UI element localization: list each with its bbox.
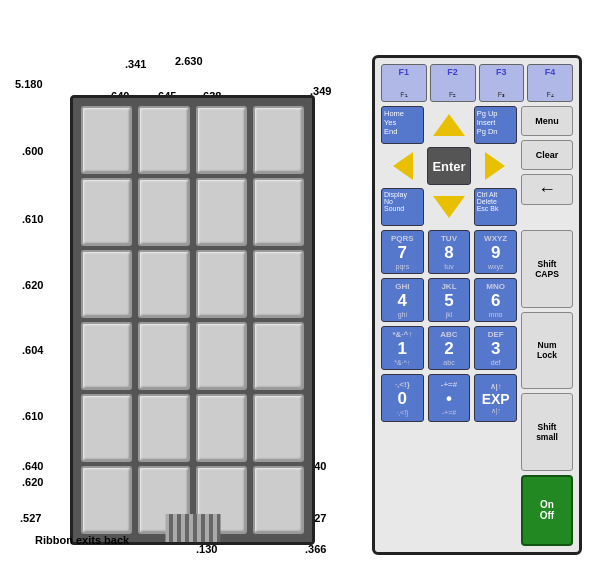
fn-f1-sub: F₁ [400,91,407,99]
num-8-sub: tuv [444,263,453,270]
num-0-sub: ·,<!} [396,409,408,416]
clear-button[interactable]: Clear [521,140,573,170]
num-8-top: TUV [441,234,457,243]
nav-pgup-key[interactable]: Pg Up Insert Pg Dn [474,106,517,144]
fn-key-f3[interactable]: F3 F₃ [479,64,525,102]
key-btn-3-2[interactable] [138,250,189,318]
nav-end-text: End [384,127,397,136]
nav-arrow-right[interactable] [474,147,517,185]
key-btn-2-4[interactable] [253,178,304,246]
num-exp-top: ∧|↑ [490,382,502,391]
key-btn-5-2[interactable] [138,394,189,462]
key-btn-4-2[interactable] [138,322,189,390]
ribbon-exit [165,514,220,542]
key-btn-1-3[interactable] [196,106,247,174]
num-2-sub: abc [443,359,454,366]
key-btn-4-3[interactable] [196,322,247,390]
nav-enter-key[interactable]: Enter [427,147,470,185]
fn-f4-sub: F₄ [546,91,553,99]
menu-button[interactable]: Menu [521,106,573,136]
num-key-8[interactable]: TUV 8 tuv [428,230,471,274]
key-btn-2-1[interactable] [81,178,132,246]
fn-f3-label: F3 [496,67,507,77]
key-btn-4-4[interactable] [253,322,304,390]
label-row1: .600 [22,145,43,157]
label-5180: 5.180 [15,78,43,90]
num-dot-main: • [446,389,452,409]
nav-ctrl-key[interactable]: Ctrl Alt Delete Esc Bk [474,188,517,226]
bottom-row: ·,<!} 0 ·,<!} -+=# • -+=# ∧|↑ [381,374,517,422]
nav-escbk-text: Esc Bk [477,205,499,212]
num-exp-sub: ∧|↑ [491,407,501,415]
nav-arrow-up[interactable] [427,106,470,144]
rp-inner: F1 F₁ F2 F₂ F3 F₃ F4 F₄ [381,64,573,546]
key-btn-1-1[interactable] [81,106,132,174]
key-btn-1-4[interactable] [253,106,304,174]
key-btn-5-3[interactable] [196,394,247,462]
num-key-3[interactable]: DEF 3 def [474,326,517,370]
key-btn-4-1[interactable] [81,322,132,390]
key-btn-6-4[interactable] [253,466,304,534]
num-key-5[interactable]: JKL 5 jkl [428,278,471,322]
num-key-0[interactable]: ·,<!} 0 ·,<!} [381,374,424,422]
nav-insert-text: Insert [477,118,496,127]
num-9-top: WXYZ [484,234,507,243]
num-7-sub: pqrs [396,263,410,270]
num-key-6[interactable]: MNO 6 mno [474,278,517,322]
fn-key-f1[interactable]: F1 F₁ [381,64,427,102]
nav-home-key[interactable]: Home Yes End [381,106,424,144]
key-btn-3-4[interactable] [253,250,304,318]
key-btn-5-4[interactable] [253,394,304,462]
label-row2: .610 [22,213,43,225]
key-btn-5-1[interactable] [81,394,132,462]
nav-and-side: Home Yes End Pg Up Insert Pg Dn [381,106,573,226]
num-key-dot[interactable]: -+=# • -+=# [428,374,471,422]
fn-key-f4[interactable]: F4 F₄ [527,64,573,102]
num-3-main: 3 [491,339,500,359]
num-2-top: ABC [440,330,457,339]
key-btn-6-1[interactable] [81,466,132,534]
num-lock-button[interactable]: NumLock [521,312,573,390]
num-3-sub: def [491,359,501,366]
label-row4: .604 [22,344,43,356]
up-arrow-icon [433,114,465,136]
nav-sound-text: Sound [384,205,404,212]
shift-caps-button[interactable]: ShiftCAPS [521,230,573,308]
num-7-main: 7 [398,243,407,263]
num-key-9[interactable]: WXYZ 9 wxyz [474,230,517,274]
key-btn-1-2[interactable] [138,106,189,174]
shift-caps-label: ShiftCAPS [535,259,559,279]
num-key-1[interactable]: *&·^↑ 1 *&·^↑ [381,326,424,370]
nav-pgdn-text: Pg Dn [477,127,498,136]
backspace-button[interactable]: ← [521,174,573,205]
label-row5: .610 [22,410,43,422]
key-btn-2-3[interactable] [196,178,247,246]
nav-display-key[interactable]: Display No Sound [381,188,424,226]
num-4-sub: ghi [398,311,407,318]
num-9-main: 9 [491,243,500,263]
key-btn-3-3[interactable] [196,250,247,318]
onoff-button[interactable]: On Off [521,475,573,547]
num-9-sub: wxyz [488,263,504,270]
num-7-top: PQRS [391,234,414,243]
num-6-top: MNO [486,282,505,291]
num-key-exp[interactable]: ∧|↑ EXP ∧|↑ [474,374,517,422]
num-side-col: ShiftCAPS NumLock Shiftsmall On Off [521,230,573,546]
fn-key-f2[interactable]: F2 F₂ [430,64,476,102]
num-lock-label: NumLock [537,340,557,360]
num-key-4[interactable]: GHI 4 ghi [381,278,424,322]
num-key-7[interactable]: PQRS 7 pqrs [381,230,424,274]
num-key-2[interactable]: ABC 2 abc [428,326,471,370]
key-btn-2-2[interactable] [138,178,189,246]
on-label: On [540,499,554,510]
nav-arrow-down[interactable] [427,188,470,226]
fn-f2-sub: F₂ [449,91,456,99]
num-exp-main: EXP [482,391,510,407]
nav-arrow-left[interactable] [381,147,424,185]
nav-home-text: Home [384,109,404,118]
enter-label: Enter [432,159,465,174]
shift-small-button[interactable]: Shiftsmall [521,393,573,471]
key-row-3 [81,250,304,318]
right-numpad-panel: F1 F₁ F2 F₂ F3 F₃ F4 F₄ [372,55,582,555]
key-btn-3-1[interactable] [81,250,132,318]
